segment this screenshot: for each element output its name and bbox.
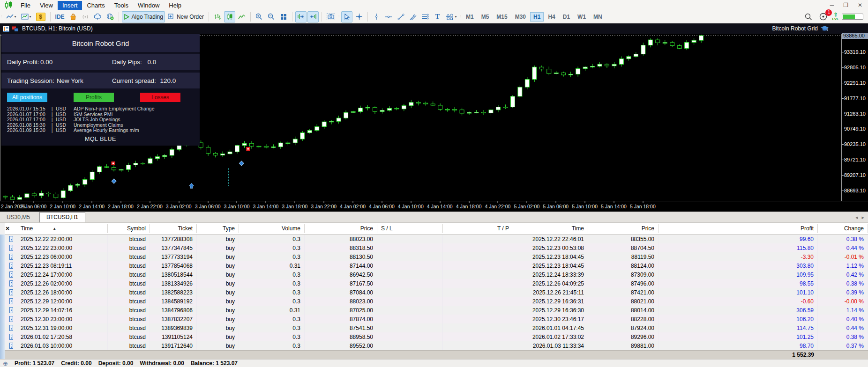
text-label-button[interactable]: T <box>432 11 443 22</box>
column-header-change-close[interactable]: Change <box>818 224 868 233</box>
fibonacci-button[interactable] <box>419 11 431 22</box>
column-header-sl[interactable]: S / L <box>377 224 443 233</box>
line-chart-button[interactable] <box>236 11 247 22</box>
panel-button-profits[interactable]: Profits <box>74 93 114 102</box>
menu-item-help[interactable]: Help <box>164 1 186 10</box>
column-header-volume[interactable]: Volume <box>239 224 305 233</box>
close-button[interactable]: ✕ <box>858 2 862 8</box>
timeframe-m30[interactable]: M30 <box>512 12 529 22</box>
vertical-line-button[interactable] <box>371 11 382 22</box>
level-indicator[interactable]: ⇧ LVL <box>832 12 839 21</box>
column-header-price-close[interactable]: Price <box>588 224 658 233</box>
column-header-time[interactable]: Time▲ <box>17 224 108 233</box>
timeframe-m1[interactable]: M1 <box>463 12 477 22</box>
horizontal-line-button[interactable] <box>383 11 394 22</box>
market-button[interactable] <box>67 11 79 22</box>
trendline-button[interactable] <box>395 11 406 22</box>
timeframe-h1[interactable]: H1 <box>530 12 544 22</box>
toolbar-drag-handle[interactable]: ⁞ <box>338 15 340 19</box>
table-row[interactable]: 2026.01.03 10:00:00btcusd1391712640buy0.… <box>5 341 868 350</box>
column-header-price[interactable]: Price <box>305 224 377 233</box>
menu-item-file[interactable]: File <box>16 1 35 10</box>
column-header-profit-close[interactable]: Profit <box>658 224 818 233</box>
cell: 88704.50 <box>588 243 658 252</box>
toolbar-drag-handle[interactable]: ⁞ <box>1 15 3 19</box>
timeframe-mn[interactable]: MN <box>590 12 606 22</box>
zoom-in-button[interactable] <box>254 11 265 22</box>
crosshair-button[interactable] <box>353 11 365 22</box>
deposit-button[interactable]: $ <box>34 11 47 22</box>
table-row[interactable]: 2025.12.26 18:00:00btcusd1382588223buy0.… <box>5 288 868 297</box>
candles-chart-button[interactable] <box>224 11 235 22</box>
community-button[interactable] <box>105 11 116 22</box>
timeframe-d1[interactable]: D1 <box>560 12 573 22</box>
menu-item-tools[interactable]: Tools <box>110 1 133 10</box>
column-header-symbol[interactable]: Symbol <box>108 224 150 233</box>
cursor-button[interactable] <box>341 11 352 22</box>
chart-windows-icon[interactable] <box>12 26 18 32</box>
menu-item-charts[interactable]: Charts <box>82 1 109 10</box>
table-row[interactable]: 2025.12.30 23:00:00btcusd1387832207buy0.… <box>5 315 868 323</box>
table-row[interactable]: 2025.12.22 22:00:00btcusd1377288308buy0.… <box>5 235 868 243</box>
tab-us30-m5[interactable]: US30,M5 <box>0 213 37 222</box>
algo-trading-button[interactable]: Algo Trading <box>122 11 165 22</box>
table-row[interactable]: 2025.12.24 17:00:00btcusd1380518544buy0.… <box>5 270 868 279</box>
table-row[interactable]: 2025.12.31 19:00:00btcusd1389369839buy0.… <box>5 323 868 332</box>
panel-button-losses[interactable]: Losses <box>140 93 180 102</box>
column-header-time-close[interactable]: Time <box>513 224 588 233</box>
signals-button[interactable] <box>80 11 91 22</box>
candle <box>61 188 65 199</box>
minimize-button[interactable]: ─ <box>830 2 834 8</box>
table-row[interactable]: 2025.12.26 02:00:00btcusd1381334926buy0.… <box>5 279 868 288</box>
table-row[interactable]: 2025.12.22 23:00:00btcusd1377347845buy0.… <box>5 243 868 252</box>
tab-scroll-right-icon[interactable]: ▸ <box>861 214 864 220</box>
price-axis[interactable]: 93865.00 93319.1092805.1092291.1091777.1… <box>841 34 868 201</box>
market-bag-icon <box>70 14 76 20</box>
tab-scroll-left-icon[interactable]: ◂ <box>855 214 858 220</box>
candle <box>83 177 87 187</box>
shapes-dropdown[interactable]: ▾ <box>444 11 458 22</box>
menu-item-view[interactable]: View <box>35 1 58 10</box>
candle <box>460 108 464 115</box>
chart-list-icon[interactable] <box>3 26 9 32</box>
new-order-button[interactable]: New Order <box>166 11 206 22</box>
tile-windows-button[interactable] <box>278 11 289 22</box>
menu-item-window[interactable]: Window <box>133 1 164 10</box>
timeframe-h4[interactable]: H4 <box>545 12 558 22</box>
daily-pips-value: 0.0 <box>148 59 157 66</box>
channel-button[interactable] <box>407 11 419 22</box>
ide-button[interactable]: IDE <box>53 11 67 22</box>
time-axis[interactable]: 2 Jan 20262 Jan 06:002 Jan 10:002 Jan 14… <box>0 201 868 212</box>
notifications-button[interactable]: 1 <box>817 11 829 22</box>
timeframe-m5[interactable]: M5 <box>478 12 493 22</box>
table-row[interactable]: 2025.12.23 06:00:00btcusd1377733194buy0.… <box>5 252 868 261</box>
table-row[interactable]: 2026.01.02 17:20:58btcusd1391105124buy0.… <box>5 332 868 341</box>
vps-button[interactable] <box>92 11 104 22</box>
table-row[interactable]: 2025.12.23 08:19:11btcusd1377854068buy0.… <box>5 261 868 270</box>
column-header-type[interactable]: Type <box>197 224 239 233</box>
auto-scroll-button[interactable] <box>307 11 319 22</box>
tab-btcusd-h1[interactable]: BTCUSD,H1 <box>39 212 85 222</box>
profiles-dropdown[interactable]: ▾ <box>19 11 33 22</box>
restore-button[interactable]: ❐ <box>843 2 848 8</box>
chart-plot-area[interactable]: Bitcoin Robot Grid Daily Profit: 0.00 Da… <box>0 34 841 201</box>
menu-item-insert[interactable]: Insert <box>58 1 82 10</box>
search-button[interactable] <box>803 11 814 22</box>
close-toolbox-button[interactable]: ✕ <box>4 225 11 232</box>
panel-button-all-positions[interactable]: All positions <box>7 93 47 102</box>
chart-type-dropdown[interactable]: ▾ <box>4 11 18 22</box>
connection-icon[interactable]: ⊕ <box>3 360 8 367</box>
table-row[interactable]: 2025.12.29 12:00:00btcusd1384589192buy0.… <box>5 297 868 306</box>
column-header-tp[interactable]: T / P <box>443 224 513 233</box>
table-row[interactable]: 2025.12.29 14:07:16btcusd1384796806buy0.… <box>5 306 868 315</box>
timeframe-w1[interactable]: W1 <box>574 12 589 22</box>
chart-shift-button[interactable] <box>295 11 307 22</box>
column-header-ticket[interactable]: Ticket <box>150 224 197 233</box>
cell: 1384796806 <box>150 306 197 315</box>
zoom-out-button[interactable] <box>266 11 277 22</box>
timeframe-m15[interactable]: M15 <box>493 12 510 22</box>
screenshot-button[interactable] <box>325 11 337 22</box>
toolbar-drag-handle[interactable]: ⁞ <box>460 15 462 19</box>
graduation-cap-icon[interactable] <box>821 26 829 32</box>
bars-chart-button[interactable] <box>212 11 223 22</box>
